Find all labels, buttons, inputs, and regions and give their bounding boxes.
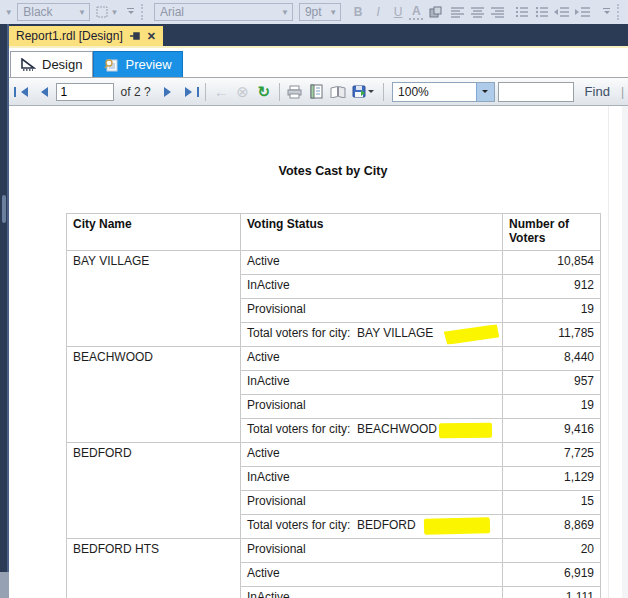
column-header-city: City Name <box>67 214 241 251</box>
tab-design[interactable]: Design <box>10 51 93 77</box>
bullet-list-button[interactable] <box>532 2 550 22</box>
value-cell: 19 <box>503 299 601 323</box>
highlight-marker <box>424 517 490 535</box>
font-color-button[interactable]: A <box>409 4 423 20</box>
align-center-button[interactable] <box>468 2 486 22</box>
value-cell: 10,854 <box>503 251 601 275</box>
borders-button[interactable]: ▼ <box>92 2 122 22</box>
toolbar-overflow-button[interactable] <box>124 8 137 17</box>
document-tab-title: Report1.rdl [Design] <box>16 29 123 43</box>
value-cell: 8,440 <box>503 347 601 371</box>
first-page-icon <box>16 87 28 97</box>
highlight-marker <box>443 324 499 345</box>
document-tab[interactable]: Report1.rdl [Design] ✕ <box>9 26 163 46</box>
print-button[interactable] <box>286 82 304 102</box>
borders-grid-icon <box>96 6 108 18</box>
refresh-icon: ↻ <box>257 83 270 101</box>
status-cell: InActive <box>241 275 503 299</box>
report-preview-area[interactable]: Votes Cast by City City Name Voting Stat… <box>9 106 628 598</box>
refresh-button[interactable]: ↻ <box>255 82 273 102</box>
align-left-button[interactable] <box>448 2 466 22</box>
tab-preview[interactable]: Preview <box>93 51 182 77</box>
city-cell: BEACHWOOD <box>67 347 241 443</box>
align-right-button[interactable] <box>488 2 506 22</box>
increase-indent-button[interactable] <box>573 2 592 22</box>
table-row: BEDFORDActive7,725 <box>67 443 601 467</box>
total-value-cell: 8,869 <box>503 515 601 539</box>
zoom-combo[interactable]: 100% <box>392 82 495 102</box>
close-icon[interactable]: ✕ <box>147 30 156 43</box>
increase-indent-icon <box>575 7 590 18</box>
page-number-input[interactable] <box>56 83 114 101</box>
next-page-icon <box>164 87 176 97</box>
align-right-icon <box>491 7 504 18</box>
table-row: BAY VILLAGEActive10,854 <box>67 251 601 275</box>
toolbar-grip[interactable] <box>141 4 150 20</box>
underline-button[interactable]: U <box>389 5 407 19</box>
value-cell: 7,725 <box>503 443 601 467</box>
toolbar-grip[interactable] <box>617 4 626 20</box>
total-label: Total voters for city: BEDFORD <box>247 518 416 532</box>
zoom-dropdown-button[interactable] <box>476 83 494 101</box>
overflow-bar-icon <box>127 8 134 9</box>
overflow-arrow-icon <box>604 11 610 17</box>
border-color-value: Black <box>23 5 52 19</box>
table-row: BEDFORD HTSProvisional20 <box>67 539 601 563</box>
value-cell: 15 <box>503 491 601 515</box>
status-cell: Active <box>241 347 503 371</box>
stop-rendering-button[interactable]: ⊗ <box>233 82 251 102</box>
border-color-combo[interactable]: Black ▼ <box>17 3 90 21</box>
bullet-list-icon <box>535 7 548 18</box>
table-header-row: City Name Voting Status Number of Voters <box>67 214 601 251</box>
next-page-button[interactable] <box>160 82 178 102</box>
formatting-toolbar: ▼ Black ▼ ▼ Arial ▼ 9pt ▼ B I U A <box>0 0 628 24</box>
font-name-combo[interactable]: Arial ▼ <box>154 3 293 21</box>
value-cell: 912 <box>503 275 601 299</box>
align-center-icon <box>471 7 484 18</box>
status-cell: Provisional <box>241 491 503 515</box>
status-cell: InActive <box>241 467 503 491</box>
report-table: City Name Voting Status Number of Voters… <box>66 213 601 598</box>
last-page-button[interactable] <box>181 82 199 102</box>
value-cell: 1,111 <box>503 587 601 598</box>
zoom-value: 100% <box>393 85 476 99</box>
status-cell: InActive <box>241 371 503 395</box>
previous-page-button[interactable] <box>34 82 52 102</box>
chevron-down-icon: ▼ <box>281 8 289 17</box>
find-button[interactable]: Find <box>577 84 618 99</box>
page-edge-line <box>608 106 609 598</box>
value-cell: 1,129 <box>503 467 601 491</box>
toolbar-overflow-button[interactable] <box>600 8 613 17</box>
pin-icon[interactable] <box>130 31 140 41</box>
export-button[interactable] <box>350 82 377 102</box>
chevron-down-icon: ▼ <box>329 8 337 17</box>
font-size-combo[interactable]: 9pt ▼ <box>299 3 341 21</box>
separator <box>205 83 206 101</box>
font-name-value: Arial <box>160 5 184 19</box>
bold-button[interactable]: B <box>349 5 367 19</box>
italic-button[interactable]: I <box>369 5 387 19</box>
table-body: BAY VILLAGEActive10,854InActive912Provis… <box>67 251 601 598</box>
status-cell: InActive <box>241 587 503 598</box>
status-cell: Active <box>241 563 503 587</box>
total-label: Total voters for city: BEACHWOOD <box>247 422 437 436</box>
back-to-parent-button[interactable]: ← <box>212 82 230 102</box>
chevron-down-icon: ▼ <box>78 8 86 17</box>
table-row: BEACHWOODActive8,440 <box>67 347 601 371</box>
status-cell: Provisional <box>241 299 503 323</box>
total-label-cell: Total voters for city: BAY VILLAGE <box>241 323 503 347</box>
column-header-voters: Number of Voters <box>503 214 601 251</box>
export-floppy-icon <box>352 85 366 98</box>
print-layout-button[interactable] <box>307 82 325 102</box>
vertical-scrollbar[interactable] <box>622 106 628 598</box>
numbered-list-button[interactable] <box>512 2 530 22</box>
decrease-indent-button[interactable] <box>552 2 571 22</box>
report-preview-toolbar: of 2 ? ← ⊗ ↻ <box>9 78 628 106</box>
status-cell: Active <box>241 443 503 467</box>
cutoff-combo-arrow-icon[interactable]: ▼ <box>2 8 15 17</box>
placeholder-properties-button[interactable] <box>425 2 446 22</box>
first-page-button[interactable] <box>13 82 31 102</box>
find-input[interactable] <box>498 82 574 102</box>
page-setup-button[interactable] <box>328 82 346 102</box>
last-page-icon <box>197 87 199 97</box>
